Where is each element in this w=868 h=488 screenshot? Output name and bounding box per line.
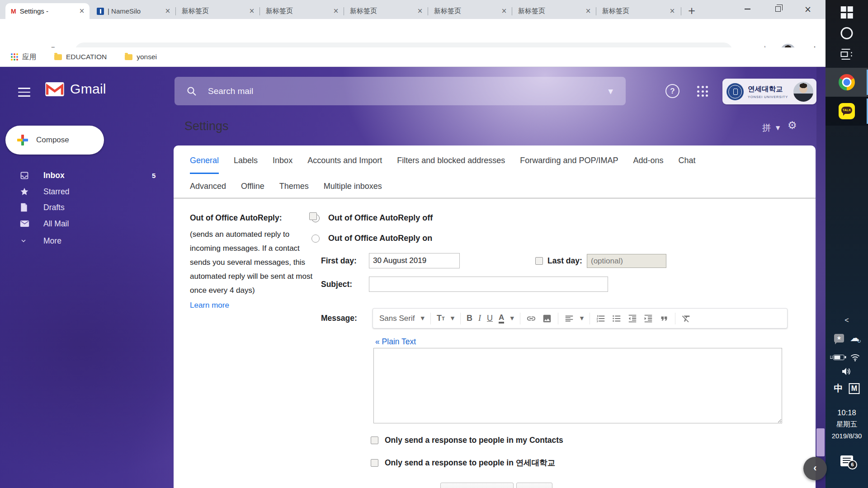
taskbar-chrome-button[interactable] bbox=[826, 68, 868, 97]
align-chevron-icon[interactable]: ▼ bbox=[580, 315, 584, 321]
tab-general[interactable]: General bbox=[190, 156, 219, 174]
battery-icon[interactable] bbox=[834, 355, 844, 360]
search-options-chevron-icon[interactable]: ▼ bbox=[608, 88, 613, 95]
bold-button[interactable]: B bbox=[467, 314, 472, 323]
tab-close-icon[interactable]: × bbox=[416, 7, 424, 15]
ime-language-button[interactable]: 中 bbox=[834, 382, 843, 394]
page-scrollbar-thumb[interactable] bbox=[816, 428, 825, 456]
page-scrollbar-track[interactable] bbox=[816, 67, 826, 488]
insert-link-icon[interactable] bbox=[526, 314, 536, 324]
tab-offline[interactable]: Offline bbox=[241, 182, 264, 198]
window-close-button[interactable]: × bbox=[793, 0, 823, 18]
gmail-logo[interactable]: Gmail bbox=[45, 81, 106, 97]
align-icon[interactable] bbox=[564, 314, 574, 324]
subject-input[interactable] bbox=[369, 277, 608, 292]
tab-themes[interactable]: Themes bbox=[279, 182, 309, 198]
tab-close-icon[interactable]: × bbox=[332, 7, 340, 15]
cancel-button[interactable]: Cancel bbox=[516, 483, 552, 488]
volume-icon[interactable] bbox=[841, 367, 852, 376]
collapse-panel-button[interactable] bbox=[803, 457, 827, 480]
ime-mode-button[interactable]: M bbox=[849, 383, 860, 394]
show-hidden-icons-button[interactable]: < bbox=[844, 316, 849, 324]
google-apps-icon[interactable] bbox=[697, 86, 708, 97]
action-center-button[interactable]: 6 bbox=[840, 455, 853, 466]
bookmark-folder-education[interactable]: EDUCATION bbox=[54, 53, 107, 61]
font-family-chevron-icon[interactable]: ▼ bbox=[420, 315, 424, 321]
window-minimize-button[interactable] bbox=[732, 0, 762, 18]
learn-more-link[interactable]: Learn more bbox=[190, 300, 319, 311]
remove-formatting-icon[interactable] bbox=[681, 314, 691, 324]
taskbar-clock[interactable]: 10:18 星期五 2019/8/30 bbox=[826, 408, 868, 440]
compose-button[interactable]: Compose bbox=[5, 126, 104, 155]
tab-new-tab-page[interactable]: 新标签页 × bbox=[597, 3, 680, 19]
cloud-sync-tray-icon[interactable]: ☁↻ bbox=[850, 333, 859, 343]
quote-icon[interactable] bbox=[659, 314, 669, 324]
tab-multiple-inboxes[interactable]: Multiple inboxes bbox=[324, 182, 382, 198]
taskbar-kakaotalk-button[interactable]: TALK bbox=[826, 97, 868, 126]
input-tools-button[interactable]: 拼 bbox=[762, 122, 771, 134]
user-avatar[interactable] bbox=[793, 82, 813, 102]
sidebar-item-inbox[interactable]: Inbox 5 bbox=[0, 167, 174, 183]
tab-new-tab-page[interactable]: 新标签页 × bbox=[513, 3, 596, 19]
input-tools-chevron-icon[interactable]: ▼ bbox=[776, 125, 780, 131]
text-color-button[interactable]: A bbox=[499, 314, 504, 324]
plain-text-link[interactable]: « Plain Text bbox=[375, 337, 416, 347]
sidebar-item-starred[interactable]: Starred bbox=[0, 183, 174, 200]
tab-chat[interactable]: Chat bbox=[679, 156, 696, 174]
italic-button[interactable]: I bbox=[478, 314, 481, 323]
tab-new-tab-page[interactable]: 新标签页 × bbox=[344, 3, 428, 19]
bookmark-folder-yonsei[interactable]: yonsei bbox=[125, 53, 157, 61]
first-day-input[interactable] bbox=[369, 253, 460, 268]
bookmark-apps[interactable]: 应用 bbox=[11, 52, 36, 62]
wifi-icon[interactable] bbox=[850, 353, 860, 361]
message-textarea[interactable] bbox=[373, 348, 782, 423]
star-badge-tray-icon[interactable]: ★ bbox=[834, 334, 844, 343]
tab-advanced[interactable]: Advanced bbox=[190, 182, 226, 198]
sidebar-item-all-mail[interactable]: All Mail bbox=[0, 216, 174, 232]
tab-namesilo[interactable]: | NameSilo × bbox=[91, 3, 175, 19]
last-day-checkbox[interactable] bbox=[535, 257, 543, 265]
tab-close-icon[interactable]: × bbox=[248, 7, 256, 15]
last-day-input[interactable] bbox=[587, 254, 666, 268]
indent-less-icon[interactable] bbox=[627, 314, 637, 324]
tab-close-icon[interactable]: × bbox=[78, 7, 86, 15]
cortana-button[interactable] bbox=[841, 27, 853, 39]
contacts-only-checkbox[interactable] bbox=[371, 436, 378, 444]
tab-close-icon[interactable]: × bbox=[500, 7, 508, 15]
font-family-select[interactable]: Sans Serif bbox=[379, 314, 415, 323]
window-restore-button[interactable] bbox=[763, 0, 793, 18]
indent-more-icon[interactable] bbox=[643, 314, 653, 324]
last-day-checkbox[interactable] bbox=[309, 212, 317, 220]
start-button[interactable] bbox=[841, 6, 853, 19]
tab-filters[interactable]: Filters and blocked addresses bbox=[397, 156, 505, 174]
tab-close-icon[interactable]: × bbox=[668, 7, 676, 15]
bulleted-list-icon[interactable] bbox=[612, 314, 622, 324]
tab-new-tab-page[interactable]: 新标签页 × bbox=[429, 3, 512, 19]
sidebar-item-drafts[interactable]: Drafts bbox=[0, 199, 174, 216]
main-menu-icon[interactable] bbox=[18, 88, 30, 97]
tab-gmail-settings[interactable]: M Settings - × bbox=[5, 3, 90, 19]
tab-close-icon[interactable]: × bbox=[584, 7, 592, 15]
account-profile-card[interactable]: 연세대학교 YONSEI UNIVERSITY bbox=[722, 79, 816, 104]
text-color-chevron-icon[interactable]: ▼ bbox=[510, 315, 514, 321]
tab-new-tab-page[interactable]: 新标签页 × bbox=[260, 3, 344, 19]
underline-button[interactable]: U bbox=[487, 314, 493, 323]
task-view-button[interactable] bbox=[841, 49, 853, 60]
tab-inbox[interactable]: Inbox bbox=[273, 156, 292, 174]
help-button[interactable] bbox=[665, 84, 679, 98]
tab-new-tab-page[interactable]: 新标签页 × bbox=[176, 3, 259, 19]
new-tab-button[interactable]: + bbox=[684, 4, 699, 18]
tab-accounts-and-import[interactable]: Accounts and Import bbox=[307, 156, 382, 174]
domain-only-checkbox[interactable] bbox=[371, 459, 378, 467]
tab-add-ons[interactable]: Add-ons bbox=[633, 156, 663, 174]
autoreply-on-radio[interactable] bbox=[311, 235, 320, 243]
sidebar-item-more[interactable]: More bbox=[0, 233, 174, 249]
insert-image-icon[interactable] bbox=[542, 314, 552, 324]
search-bar[interactable]: Search mail ▼ bbox=[175, 77, 626, 105]
tab-forwarding[interactable]: Forwarding and POP/IMAP bbox=[520, 156, 618, 174]
font-size-chevron-icon[interactable]: ▼ bbox=[451, 315, 454, 321]
font-size-button[interactable]: TT bbox=[437, 314, 445, 323]
save-changes-button[interactable]: Save Changes bbox=[440, 483, 514, 488]
numbered-list-icon[interactable] bbox=[596, 314, 606, 324]
tab-labels[interactable]: Labels bbox=[234, 156, 258, 174]
